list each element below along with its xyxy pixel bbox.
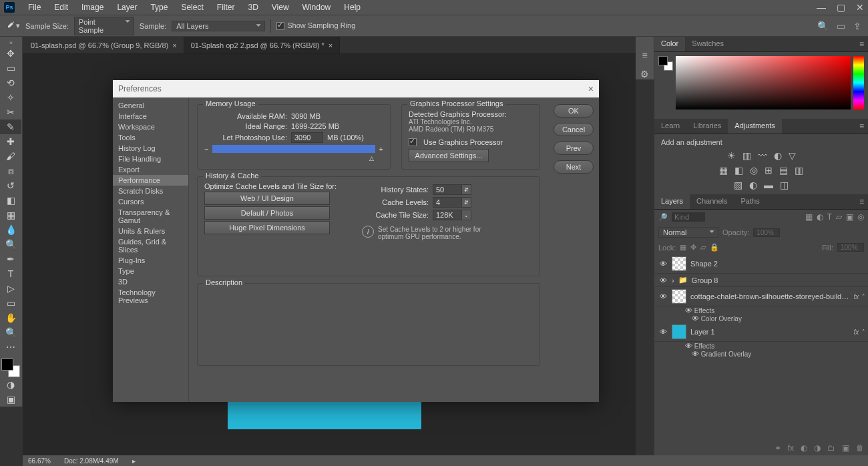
- pref-category[interactable]: Transparency & Gamut: [113, 207, 188, 226]
- screen-mode-tool[interactable]: ▣: [0, 392, 21, 407]
- filter-type-icon[interactable]: T: [827, 212, 832, 222]
- curves-adjustment-icon[interactable]: 〰: [758, 150, 767, 161]
- layer-row[interactable]: 👁 › 📁 Group 8: [654, 274, 868, 287]
- menu-select[interactable]: Select: [174, 3, 210, 12]
- search-icon[interactable]: 🔍: [817, 21, 829, 31]
- pref-category[interactable]: Plug-Ins: [113, 255, 188, 266]
- pref-category[interactable]: Cursors: [113, 196, 188, 207]
- window-minimize-icon[interactable]: —: [817, 2, 826, 13]
- tab-paths[interactable]: Paths: [734, 194, 767, 209]
- filter-toggle-icon[interactable]: ◎: [857, 212, 864, 222]
- new-layer-icon[interactable]: ▣: [842, 443, 849, 453]
- stepper-icon[interactable]: ⇵: [462, 197, 471, 208]
- quick-mask-tool[interactable]: ◑: [0, 377, 21, 392]
- tab-libraries[interactable]: Libraries: [686, 119, 728, 134]
- fx-badge[interactable]: fx ˄: [853, 293, 864, 300]
- pref-category[interactable]: Performance: [113, 175, 188, 186]
- properties-panel-icon[interactable]: ⚙: [640, 69, 649, 79]
- tab-color[interactable]: Color: [654, 37, 685, 51]
- pref-category[interactable]: Workspace: [113, 122, 188, 132]
- window-maximize-icon[interactable]: ▢: [837, 2, 845, 13]
- eyedropper-tool[interactable]: ✎: [0, 120, 21, 134]
- path-select-tool[interactable]: ▷: [0, 281, 21, 296]
- layer-name[interactable]: Shape 2: [690, 260, 864, 268]
- visibility-toggle-icon[interactable]: 👁: [658, 260, 668, 268]
- lock-position-icon[interactable]: ✥: [690, 243, 696, 252]
- color-swatches[interactable]: [1, 359, 20, 377]
- vibrance-adjustment-icon[interactable]: ▽: [789, 150, 796, 161]
- hand-tool[interactable]: ✋: [0, 310, 21, 325]
- move-tool[interactable]: ✥: [0, 46, 21, 61]
- pref-category[interactable]: Tools: [113, 132, 188, 143]
- cancel-button[interactable]: Cancel: [554, 123, 594, 136]
- layer-row[interactable]: 👁 Shape 2: [654, 254, 868, 274]
- menu-3d[interactable]: 3D: [241, 3, 264, 12]
- pref-category[interactable]: Scratch Disks: [113, 186, 188, 196]
- gradient-tool[interactable]: ▦: [0, 208, 21, 222]
- layer-mask-icon[interactable]: ◐: [801, 443, 807, 453]
- pref-category[interactable]: History Log: [113, 143, 188, 154]
- preset-web-button[interactable]: Web / UI Design: [204, 192, 330, 205]
- fx-badge[interactable]: fx ˄: [853, 328, 864, 336]
- document-tab[interactable]: 01-splash.psd @ 66.7% (Group 9, RGB/8)×: [24, 37, 184, 53]
- layer-name[interactable]: cottage-chalet-brown-silhouette-storeyed…: [690, 292, 849, 300]
- menu-file[interactable]: File: [21, 3, 47, 12]
- panel-menu-icon[interactable]: ≡: [855, 194, 868, 209]
- levels-adjustment-icon[interactable]: ▥: [742, 150, 751, 161]
- crop-tool[interactable]: ✂: [0, 105, 21, 120]
- brightness-adjustment-icon[interactable]: ☀: [727, 150, 736, 161]
- menu-window[interactable]: Window: [296, 3, 338, 12]
- menu-filter[interactable]: Filter: [210, 3, 242, 12]
- layer-filter-input[interactable]: [672, 212, 705, 222]
- zoom-tool[interactable]: 🔍: [0, 325, 21, 340]
- tab-swatches[interactable]: Swatches: [685, 37, 730, 51]
- menu-view[interactable]: View: [265, 3, 296, 12]
- close-icon[interactable]: ×: [588, 83, 594, 94]
- cache-levels-input[interactable]: [433, 197, 462, 208]
- tab-learn[interactable]: Learn: [654, 119, 686, 134]
- history-panel-icon[interactable]: ≡: [642, 50, 647, 61]
- color-lookup-icon[interactable]: ▤: [779, 165, 788, 176]
- blend-mode-dropdown[interactable]: Normal: [658, 227, 718, 238]
- increase-icon[interactable]: +: [379, 145, 383, 153]
- layer-row[interactable]: 👁 cottage-chalet-brown-silhouette-storey…: [654, 287, 868, 306]
- stamp-tool[interactable]: ⧈: [0, 164, 21, 178]
- close-icon[interactable]: ×: [329, 41, 333, 49]
- pref-category[interactable]: Interface: [113, 111, 188, 122]
- eyedropper-tool-icon[interactable]: ▾: [4, 18, 20, 34]
- opacity-input[interactable]: [753, 228, 780, 237]
- panel-menu-icon[interactable]: ≡: [855, 37, 868, 51]
- history-states-input[interactable]: [433, 184, 462, 195]
- lock-pixels-icon[interactable]: ▦: [680, 243, 686, 252]
- pref-category[interactable]: Guides, Grid & Slices: [113, 236, 188, 255]
- share-icon[interactable]: ⇪: [853, 21, 861, 31]
- layer-name[interactable]: Group 8: [692, 276, 864, 284]
- close-icon[interactable]: ×: [172, 41, 176, 49]
- filter-shape-icon[interactable]: ▱: [836, 212, 842, 222]
- layer-filter-search-icon[interactable]: 🔎: [658, 213, 668, 222]
- window-close-icon[interactable]: ✕: [856, 2, 864, 13]
- sample-size-dropdown[interactable]: Point Sample: [74, 17, 134, 35]
- eraser-tool[interactable]: ◧: [0, 193, 21, 208]
- posterize-icon[interactable]: ▨: [734, 180, 742, 190]
- tab-layers[interactable]: Layers: [654, 194, 690, 209]
- hue-adjustment-icon[interactable]: ▦: [719, 165, 728, 176]
- menu-help[interactable]: Help: [337, 3, 367, 12]
- color-field[interactable]: [676, 56, 851, 109]
- filter-pixel-icon[interactable]: ▦: [805, 212, 813, 222]
- pref-category[interactable]: Type: [113, 266, 188, 276]
- gradient-map-icon[interactable]: ▬: [764, 180, 773, 190]
- toolbox-collapser[interactable]: »: [0, 39, 22, 46]
- bw-adjustment-icon[interactable]: ◧: [734, 165, 743, 176]
- preset-default-button[interactable]: Default / Photos: [204, 206, 330, 220]
- visibility-toggle-icon[interactable]: 👁: [658, 328, 668, 336]
- cache-tile-input[interactable]: [433, 210, 462, 220]
- dialog-titlebar[interactable]: Preferences ×: [113, 80, 599, 97]
- brush-tool[interactable]: 🖌: [0, 149, 21, 164]
- edit-toolbar[interactable]: ⋯: [0, 340, 21, 355]
- adjustment-layer-icon[interactable]: ◑: [814, 443, 821, 453]
- threshold-icon[interactable]: ◐: [749, 180, 757, 190]
- blur-tool[interactable]: 💧: [0, 222, 21, 237]
- pref-category[interactable]: Technology Previews: [113, 287, 188, 306]
- tab-adjustments[interactable]: Adjustments: [728, 119, 782, 134]
